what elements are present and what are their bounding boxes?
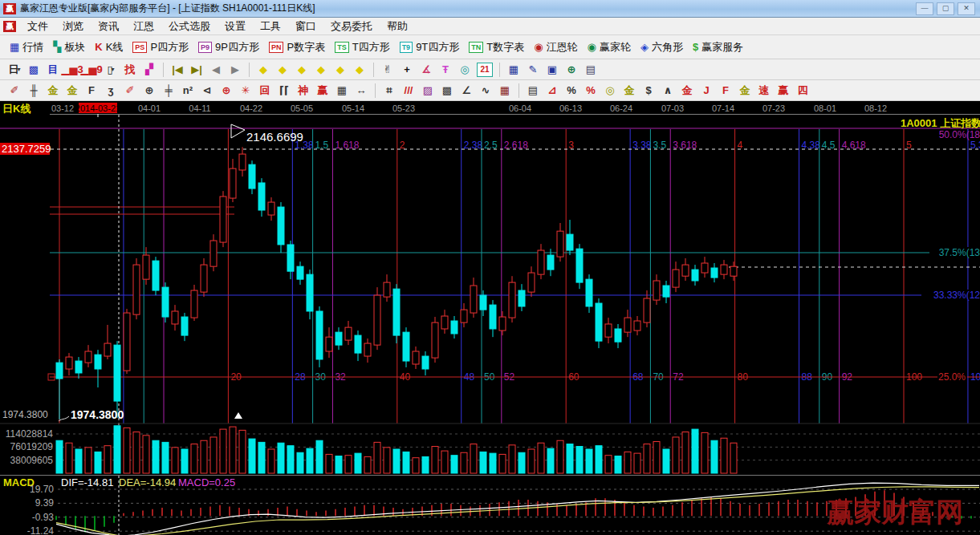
pct-line-icon[interactable]: % [581,83,600,99]
menu-窗口[interactable]: 窗口 [288,19,323,34]
pct-triangle-icon[interactable]: ⊿ [543,83,562,99]
angle-j-icon[interactable]: J [697,83,716,99]
menu-帮助[interactable]: 帮助 [380,19,415,34]
kline-button[interactable]: KK线 [90,39,128,55]
radial-rays-icon[interactable]: ✳ [236,83,255,99]
kline-chart[interactable]: 日K线03-122014-03-2104-0104-1104-2205-0505… [0,101,980,535]
t-table-button[interactable]: TNT数字表 [464,39,529,55]
zoom-compress-icon[interactable]: ◆ [311,62,331,78]
menu-浏览[interactable]: 浏览 [55,19,91,34]
angle-tool-icon[interactable]: ∡ [417,62,436,78]
gold-red-icon[interactable]: 金 [677,83,697,99]
draw-pencil-icon[interactable]: ✐ [5,83,24,99]
t-square-button[interactable]: TST四方形 [330,39,394,55]
date-label-highlight[interactable]: 2014-03-21 [75,103,120,113]
info-panel-icon[interactable]: 目 [43,62,63,78]
date-label[interactable]: 04-01 [138,103,161,113]
date-label[interactable]: 05-23 [392,103,415,113]
menu-交易委托[interactable]: 交易委托 [323,19,380,34]
quotes-button[interactable]: ▦行情 [5,39,48,55]
save-icon[interactable]: ▣ [543,62,562,78]
square-spiral-icon[interactable]: 回 [255,83,274,99]
nav-next-icon[interactable]: ▶ [226,62,245,78]
angle-bisect-icon[interactable]: ⊲ [197,83,217,99]
candle-style-icon-dropdown[interactable]: ▾ [112,63,115,77]
crosshair-icon[interactable]: + [397,62,417,78]
gold-gann-1-icon[interactable]: 金 [43,83,63,99]
gold-gann-2-icon[interactable]: 金 [63,83,82,99]
menu-文件[interactable]: 文件 [20,19,55,34]
period-label[interactable]: 日K线 [2,103,30,115]
nav-first-icon[interactable]: |◀ [168,62,187,78]
winner-service-button[interactable]: $赢家服务 [688,39,748,55]
ruler-ticks-icon[interactable]: ╪ [159,83,178,99]
angle-win-icon[interactable]: 赢 [774,83,793,99]
angle-gold-icon[interactable]: 金 [735,83,754,99]
calendar-icon[interactable]: 21 [477,63,493,77]
hexagon-button[interactable]: ◈六角形 [636,39,688,55]
date-label[interactable]: 05-14 [342,103,364,113]
pan-hand-icon[interactable]: ✌ [378,62,397,78]
date-label[interactable]: 06-04 [509,103,531,113]
date-label[interactable]: 07-03 [661,103,684,113]
stock-pick-icon[interactable]: 找 [120,62,140,78]
menu-江恩[interactable]: 江恩 [126,19,161,34]
date-label[interactable]: 04-11 [189,103,210,113]
target-circle-icon[interactable]: ⊕ [217,83,236,99]
percent-brush-icon[interactable]: ✐ [120,83,140,99]
market-map-icon[interactable]: ▩ [24,62,43,78]
date-label[interactable]: 08-12 [864,103,887,113]
maximize-button[interactable]: ▢ [937,2,954,15]
close-button[interactable]: ✕ [958,2,975,15]
t9-square-button[interactable]: T99T四方形 [395,39,465,55]
network-icon[interactable]: ⊕ [562,62,581,78]
p-square-button[interactable]: PSP四方形 [128,39,193,55]
n-square-icon[interactable]: n² [178,83,197,99]
dense-grid-icon[interactable]: ▦ [495,83,514,99]
menu-设置[interactable]: 设置 [218,19,253,34]
grid-123-icon[interactable]: ▦ [332,83,352,99]
compass-circle-icon[interactable]: ⊕ [140,83,159,99]
calculator-icon[interactable]: ▦ [504,62,523,78]
net-fan-icon[interactable]: ▩ [437,83,457,99]
menu-工具[interactable]: 工具 [253,19,288,34]
printer-icon[interactable]: ▤ [581,62,600,78]
frame-box-icon[interactable]: ⌗ [380,83,399,99]
date-label[interactable]: 04-22 [240,103,262,113]
period-selector-icon[interactable]: 日▾ [5,62,24,78]
zoom-right-icon[interactable]: ◆ [273,62,292,78]
menu-公式选股[interactable]: 公式选股 [161,19,218,34]
wave-line-icon[interactable]: ∿ [476,83,495,99]
p-table-button[interactable]: PNP数字表 [264,39,330,55]
date-label[interactable]: 06-13 [559,103,582,113]
red-fan-icon[interactable]: /// [399,83,418,99]
wave-a-icon[interactable]: ∧ [658,83,677,99]
god-line-icon[interactable]: 神 [294,83,313,99]
box-fan-icon[interactable]: ▨ [418,83,437,99]
angle-fan-icon[interactable]: ∠ [457,83,476,99]
gold-circle-icon[interactable]: ◎ [600,83,620,99]
candle-style-icon[interactable]: ▯▾ [101,62,120,78]
angle-f-icon[interactable]: F [716,83,735,99]
zoom-left-icon[interactable]: ◆ [254,62,273,78]
span-arrow-icon[interactable]: ↔ [352,83,371,99]
percent-icon[interactable]: % [562,83,581,99]
win-line-icon[interactable]: 赢 [313,83,332,99]
money-pen-icon[interactable]: $ [639,83,658,99]
gann-ticks-icon[interactable]: ╫ [24,83,43,99]
date-label[interactable]: 08-01 [814,103,836,113]
sectors-button[interactable]: ▚板块 [48,39,90,55]
chart-area[interactable]: 日K线03-122014-03-2104-0104-1104-2205-0505… [0,101,980,535]
date-label[interactable]: 07-23 [762,103,785,113]
tick-pair-icon[interactable]: ⌈⌈ [274,83,294,99]
angle-four-icon[interactable]: 四 [793,83,812,99]
bars-9-icon[interactable]: ▁▅9 [82,62,101,78]
nav-last-icon[interactable]: ▶| [187,62,206,78]
zoom-expand-icon[interactable]: ◆ [292,62,311,78]
color-chart-icon[interactable]: ▞ [140,62,159,78]
winner-wheel-button[interactable]: ◉赢家轮 [583,39,636,55]
date-label[interactable]: 07-14 [712,103,734,113]
zoom-all-icon[interactable]: ◆ [350,62,369,78]
gann-shape-icon[interactable]: Ŧ [436,62,455,78]
period-selector-icon-dropdown[interactable]: ▾ [17,63,20,77]
